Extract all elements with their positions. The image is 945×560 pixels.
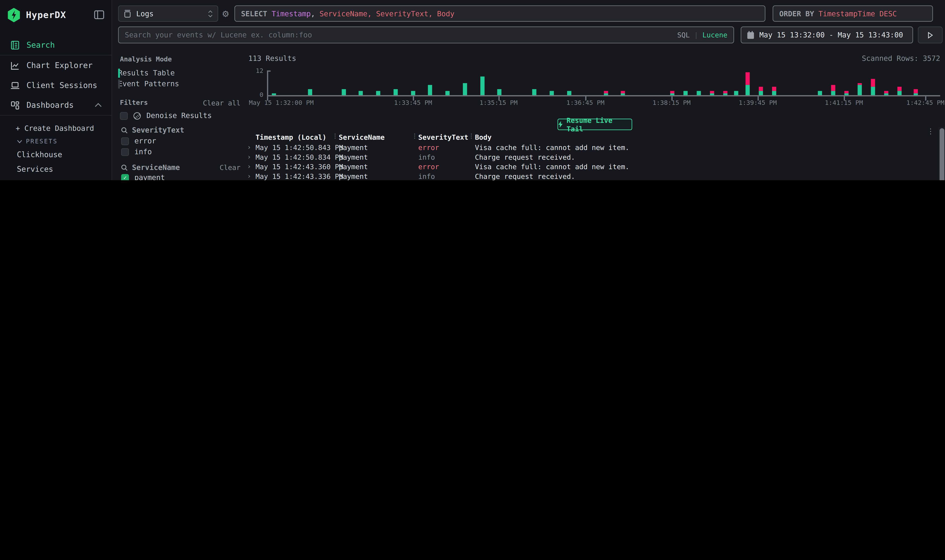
cell-severity: info — [418, 172, 435, 180]
histogram-bar[interactable] — [683, 91, 688, 95]
x-tick-label: 1:39:45 PM — [739, 99, 777, 106]
histogram-bar[interactable] — [604, 91, 608, 95]
checkbox-checked[interactable]: ✓ — [121, 174, 129, 180]
col-severitytext[interactable]: SeverityText — [418, 133, 468, 142]
histogram-bar[interactable] — [376, 91, 381, 95]
preset-services[interactable]: Services — [0, 162, 111, 176]
resume-live-tail-button[interactable]: Resume Live Tail — [557, 118, 632, 130]
filter-option-info[interactable]: info — [121, 148, 152, 156]
checkbox[interactable] — [120, 112, 128, 120]
clear-service-link[interactable]: Clear — [220, 163, 240, 172]
sidebar-item-chart-explorer[interactable]: Chart Explorer — [0, 55, 111, 75]
sidebar-nav: Search Chart Explorer Client Sessions Da — [0, 35, 111, 180]
mode-lucene[interactable]: Lucene — [703, 31, 728, 39]
filter-option-payment[interactable]: ✓ payment — [121, 174, 165, 180]
histogram-bar[interactable] — [871, 78, 875, 95]
row-expand-chevron-icon[interactable]: › — [247, 153, 251, 161]
histogram-bar[interactable] — [914, 89, 918, 95]
presets-toggle[interactable]: PRESETS — [0, 135, 111, 147]
filter-option-error[interactable]: error — [121, 137, 156, 145]
histogram-bar[interactable] — [341, 89, 346, 95]
histogram-bar[interactable] — [567, 91, 571, 95]
logs-source-icon — [123, 9, 131, 18]
histogram-bar[interactable] — [857, 83, 862, 95]
table-row[interactable]: ›May 15 1:42:50.843 PMpaymenterrorVisa c… — [244, 143, 936, 152]
source-select[interactable]: Logs — [118, 5, 218, 22]
histogram-bar[interactable] — [272, 93, 276, 95]
histogram-bar[interactable] — [844, 91, 849, 95]
preset-clickhouse[interactable]: Clickhouse — [0, 147, 111, 162]
scrollbar-thumb[interactable] — [939, 128, 944, 180]
select-clause-input[interactable]: SELECT Timestamp , ServiceName, Severity… — [234, 5, 765, 22]
histogram-bar[interactable] — [818, 91, 822, 95]
brand-logo[interactable]: HyperDX — [7, 8, 66, 22]
histogram-bar[interactable] — [897, 87, 902, 95]
checkbox[interactable] — [121, 148, 129, 155]
y-axis-min-label: 0 — [248, 91, 264, 98]
col-timestamp[interactable]: Timestamp (Local) — [256, 133, 327, 142]
error-segment — [670, 91, 674, 93]
histogram-bar[interactable] — [831, 85, 835, 95]
table-row[interactable]: ›May 15 1:42:50.834 PMpaymentinfoCharge … — [244, 152, 936, 162]
row-expand-chevron-icon[interactable]: › — [247, 163, 251, 170]
mode-sql[interactable]: SQL — [677, 31, 690, 39]
histogram-bar[interactable] — [498, 89, 502, 95]
scrollbar-track[interactable] — [939, 127, 945, 180]
histogram-bar[interactable] — [734, 91, 738, 95]
col-body[interactable]: Body — [475, 133, 492, 142]
histogram-bar[interactable] — [411, 91, 415, 95]
denoise-results-checkbox[interactable]: Denoise Results — [120, 111, 212, 120]
mode-results-table[interactable]: Results Table — [118, 68, 233, 78]
events-histogram[interactable] — [267, 71, 940, 95]
histogram-bar[interactable] — [359, 91, 363, 95]
table-row[interactable]: ›May 15 1:42:43.336 PMpaymentinfoCharge … — [244, 172, 936, 180]
table-row[interactable]: ›May 15 1:42:43.360 PMpaymenterrorVisa c… — [244, 162, 936, 172]
histogram-bar[interactable] — [428, 85, 432, 95]
histogram-bar[interactable] — [710, 91, 714, 95]
histogram-bar[interactable] — [772, 87, 776, 95]
histogram-bar[interactable] — [480, 77, 484, 95]
histogram-bar[interactable] — [446, 91, 450, 95]
hyperdx-logo-icon — [7, 8, 20, 22]
histogram-bar[interactable] — [697, 91, 701, 95]
sidebar-item-label: Client Sessions — [26, 81, 97, 90]
column-resize-grip[interactable]: ⋮ — [412, 132, 417, 139]
info-segment — [897, 91, 902, 95]
sidebar-item-dashboards[interactable]: Dashboards — [0, 95, 111, 115]
preset-kubernetes[interactable]: Kubernetes — [0, 176, 111, 180]
row-expand-chevron-icon[interactable]: › — [247, 172, 251, 180]
time-range-picker[interactable]: May 15 13:32:00 - May 15 13:43:00 — [741, 26, 913, 43]
mode-event-patterns[interactable]: Event Patterns — [118, 78, 233, 89]
histogram-bar[interactable] — [758, 87, 763, 95]
info-segment — [498, 89, 502, 95]
histogram-bar[interactable] — [463, 83, 467, 95]
search-input[interactable]: Search your events w/ Lucene ex. column:… — [118, 26, 734, 43]
row-expand-chevron-icon[interactable]: › — [247, 143, 251, 151]
analysis-mode-label: Analysis Mode — [120, 55, 172, 63]
col-servicename[interactable]: ServiceName — [339, 133, 385, 142]
order-by-input[interactable]: ORDER BY TimestampTime DESC — [772, 5, 933, 22]
histogram-bar[interactable] — [723, 91, 727, 95]
histogram-bar[interactable] — [670, 91, 674, 95]
info-segment — [428, 85, 432, 95]
sidebar-item-label: Dashboards — [26, 101, 74, 110]
histogram-bar[interactable] — [393, 89, 398, 95]
run-query-button[interactable] — [918, 26, 942, 43]
column-resize-grip[interactable]: ⋮ — [468, 132, 474, 139]
histogram-bar[interactable] — [884, 91, 888, 95]
create-dashboard-button[interactable]: + Create Dashboard — [0, 122, 111, 135]
sidebar-item-client-sessions[interactable]: Client Sessions — [0, 75, 111, 95]
sidebar-collapse-icon[interactable] — [94, 10, 104, 19]
info-segment — [446, 91, 450, 95]
histogram-bar[interactable] — [549, 91, 554, 95]
histogram-bar[interactable] — [745, 72, 749, 95]
results-table-header: Timestamp (Local) ⋮ ServiceName ⋮ Severi… — [244, 132, 945, 143]
column-resize-grip[interactable]: ⋮ — [332, 132, 338, 139]
histogram-bar[interactable] — [308, 89, 312, 95]
clear-all-link[interactable]: Clear all — [203, 99, 240, 107]
checkbox[interactable] — [121, 137, 129, 145]
sidebar-item-search[interactable]: Search — [0, 35, 111, 55]
gear-icon[interactable]: ⚙ — [222, 9, 230, 19]
histogram-bar[interactable] — [532, 89, 536, 95]
histogram-bar[interactable] — [621, 91, 625, 95]
